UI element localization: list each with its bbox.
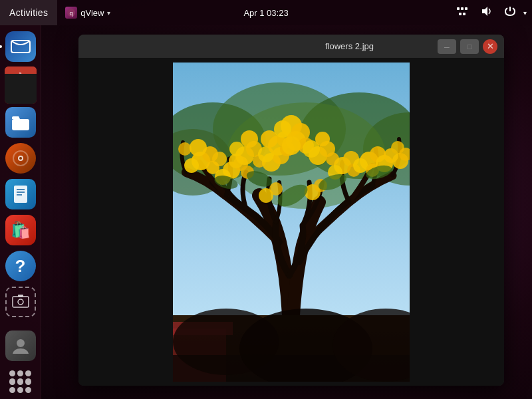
desktop: Activities q qView ▾ Apr 1 03:23 (0, 0, 532, 399)
svg-rect-13 (14, 186, 27, 203)
svg-rect-5 (459, 13, 462, 15)
svg-point-32 (178, 142, 192, 156)
sidebar-item-rhythmbox[interactable] (5, 142, 37, 174)
svg-point-20 (17, 339, 25, 347)
svg-rect-4 (465, 7, 467, 10)
svg-rect-19 (18, 295, 23, 297)
sidebar-item-appstore[interactable]: 🛍️ (5, 214, 37, 246)
image-display-area[interactable] (78, 59, 504, 386)
svg-rect-6 (463, 13, 466, 15)
sidebar-item-email[interactable] (5, 31, 37, 63)
window-controls: – □ ✕ (438, 39, 497, 54)
window-close-button[interactable]: ✕ (483, 39, 497, 54)
sidebar-item-files[interactable] (5, 106, 37, 138)
qview-app-icon: q (65, 7, 77, 19)
activities-button[interactable]: Activities (0, 0, 57, 25)
topbar-center: Apr 1 03:23 (243, 8, 288, 18)
svg-point-33 (190, 139, 207, 156)
sidebar-item-appgrid[interactable] (5, 366, 37, 398)
sidebar-item-help[interactable]: ? (5, 250, 37, 282)
svg-text:q: q (70, 10, 73, 17)
sidebar-item-writer[interactable] (5, 178, 37, 210)
task-thumb-content (5, 74, 37, 104)
power-icon[interactable] (501, 3, 519, 22)
window-minimize-button[interactable]: – (438, 39, 456, 54)
svg-rect-9 (12, 119, 29, 130)
topbar: Activities q qView ▾ Apr 1 03:23 (0, 0, 532, 25)
svg-rect-2 (457, 7, 460, 10)
svg-rect-17 (13, 297, 29, 307)
svg-point-31 (184, 158, 199, 173)
svg-point-18 (18, 299, 23, 305)
app-name-label: qView (80, 8, 104, 18)
svg-point-70 (353, 158, 368, 173)
network-icon[interactable] (452, 3, 473, 22)
svg-rect-3 (461, 7, 464, 10)
svg-point-12 (19, 157, 22, 160)
svg-point-44 (241, 130, 258, 148)
window-titlebar: flowers 2.jpg – □ ✕ (78, 35, 504, 59)
window-title: flowers 2.jpg (261, 41, 438, 51)
topbar-left: Activities q qView ▾ (0, 0, 116, 25)
datetime-label: Apr 1 03:23 (243, 8, 288, 18)
volume-icon[interactable] (477, 3, 497, 22)
sidebar-task-thumbnail[interactable]: a (5, 66, 37, 104)
topbar-right: ▾ (452, 3, 532, 22)
sidebar-item-screenshot[interactable] (5, 286, 37, 318)
sidebar: a (0, 25, 41, 399)
app-dropdown-arrow[interactable]: ▾ (107, 9, 110, 17)
flower-image (173, 63, 410, 382)
svg-marker-7 (482, 7, 487, 16)
qview-window: flowers 2.jpg – □ ✕ (78, 35, 504, 386)
app-indicator[interactable]: q qView ▾ (60, 7, 116, 19)
svg-point-43 (229, 142, 244, 156)
svg-point-58 (282, 136, 301, 155)
window-maximize-button[interactable]: □ (460, 39, 479, 54)
sidebar-item-avatar[interactable] (5, 330, 37, 362)
power-dropdown-arrow[interactable]: ▾ (523, 9, 527, 17)
appgrid-icon (5, 366, 36, 397)
svg-point-62 (315, 132, 330, 146)
